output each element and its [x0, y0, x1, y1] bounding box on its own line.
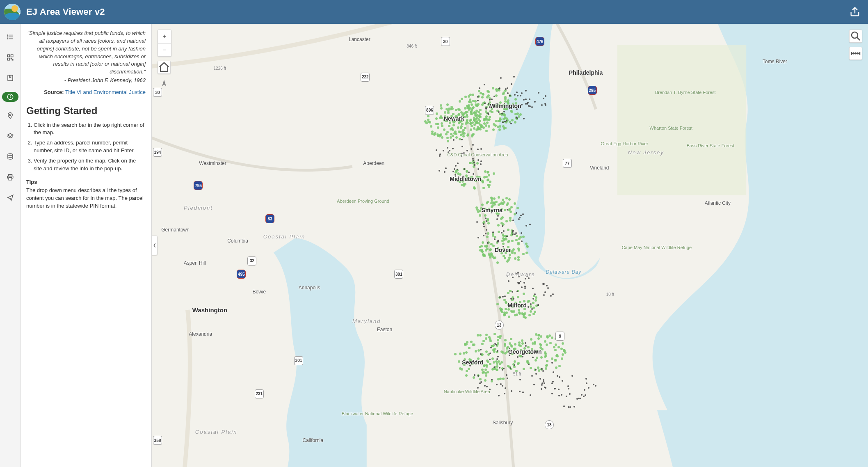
svg-line-24	[857, 37, 860, 40]
tips-body: The drop down menu describes all the typ…	[26, 187, 146, 210]
svg-marker-22	[162, 80, 166, 86]
source-link[interactable]: Title VI and Environmental Justice	[65, 89, 146, 95]
panel-collapse-handle[interactable]	[152, 236, 158, 255]
database-icon	[7, 153, 14, 160]
sidebar-print[interactable]	[4, 171, 17, 184]
zoom-out-button[interactable]: −	[158, 43, 171, 56]
home-icon	[158, 61, 170, 73]
svg-rect-9	[11, 58, 11, 59]
compass-icon	[161, 80, 167, 88]
home-button[interactable]	[158, 61, 171, 74]
sidebar-info[interactable]	[2, 92, 18, 102]
sidebar-data[interactable]	[4, 150, 17, 163]
app-header: EJ Area Viewer v2	[0, 0, 868, 24]
sidebar	[0, 24, 21, 467]
svg-rect-11	[8, 75, 13, 81]
quote-text: "Simple justice requires that public fun…	[26, 30, 146, 76]
layers-icon	[7, 133, 14, 140]
svg-point-3	[7, 35, 8, 36]
svg-rect-7	[11, 55, 13, 57]
compass[interactable]	[161, 80, 167, 88]
step-item: Click in the search bar in the top right…	[34, 121, 146, 137]
info-icon	[7, 93, 14, 101]
pin-icon	[7, 112, 14, 119]
info-panel: "Simple justice requires that public fun…	[21, 24, 152, 467]
app-title: EJ Area Viewer v2	[26, 7, 105, 17]
svg-point-4	[7, 37, 8, 37]
sidebar-legend[interactable]	[4, 30, 17, 43]
step-item: Type an address, parcel number, permit n…	[34, 139, 146, 155]
chevron-left-icon	[153, 243, 156, 248]
svg-point-17	[8, 154, 13, 156]
svg-point-14	[10, 96, 10, 96]
svg-rect-21	[617, 45, 746, 195]
map-canvas	[152, 24, 868, 467]
svg-point-5	[7, 39, 8, 39]
main: "Simple justice requires that public fun…	[0, 24, 868, 467]
sidebar-qrcode[interactable]	[4, 51, 17, 64]
search-icon	[850, 30, 862, 42]
source-label: Source:	[44, 89, 64, 95]
svg-point-23	[852, 32, 858, 38]
map-controls-left: + −	[158, 30, 171, 88]
send-icon	[7, 194, 14, 201]
source-line: Source: Title VI and Environmental Justi…	[26, 89, 146, 96]
measure-button[interactable]	[849, 47, 862, 60]
list-icon	[7, 33, 14, 41]
search-button[interactable]	[849, 30, 862, 43]
sidebar-bookmark[interactable]	[4, 71, 17, 85]
svg-rect-19	[9, 178, 12, 180]
qr-icon	[7, 54, 14, 61]
zoom-control: + −	[158, 30, 171, 57]
print-icon	[7, 174, 14, 181]
svg-rect-6	[7, 55, 9, 57]
app-logo	[4, 4, 21, 20]
bookmark-icon	[7, 74, 14, 82]
share-icon	[849, 6, 861, 18]
steps-list: Click in the search bar in the top right…	[34, 121, 146, 173]
svg-point-15	[9, 114, 11, 116]
sidebar-location[interactable]	[4, 109, 17, 122]
quote-attribution: - President John F. Kennedy, 1963	[26, 77, 146, 85]
map[interactable]: WashingtonPhiladelphiaWilmingtonNewarkMi…	[152, 24, 868, 467]
svg-rect-10	[12, 60, 13, 60]
svg-rect-8	[7, 58, 9, 60]
header-left: EJ Area Viewer v2	[4, 4, 105, 20]
panel-heading: Getting Started	[26, 104, 146, 118]
map-controls-right	[849, 30, 862, 60]
svg-marker-16	[7, 133, 13, 137]
tips-heading: Tips	[26, 179, 146, 186]
zoom-in-button[interactable]: +	[158, 30, 171, 43]
step-item: Verify the property on the map. Click on…	[34, 157, 146, 173]
sidebar-send[interactable]	[4, 191, 17, 204]
share-button[interactable]	[849, 6, 861, 18]
sidebar-layers[interactable]	[4, 130, 17, 143]
ruler-icon	[850, 47, 862, 60]
